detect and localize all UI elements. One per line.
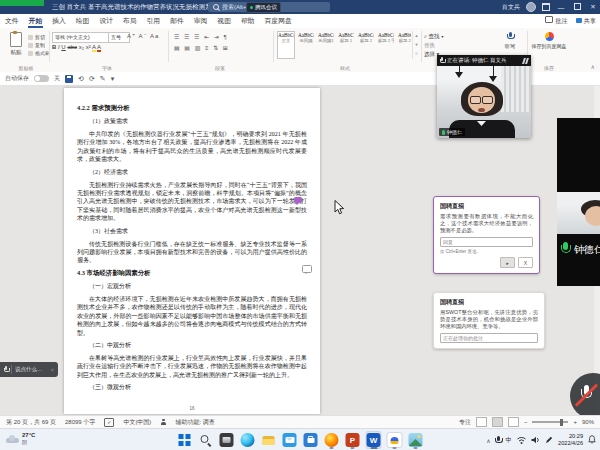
ime-indicator[interactable]: 中: [506, 436, 513, 445]
taskbar-store[interactable]: [303, 431, 319, 449]
find-button[interactable]: ⌕ 查找 ▾: [424, 32, 443, 41]
tab-邮件[interactable]: 邮件: [165, 14, 189, 28]
tray-overflow-chevron-icon[interactable]: ∧: [486, 437, 490, 444]
style-正文[interactable]: AaBbCcDx正文: [277, 31, 295, 59]
tab-插入[interactable]: 插入: [47, 14, 71, 28]
comments-button[interactable]: 批注: [545, 16, 567, 26]
comment-bubble-icon[interactable]: [302, 265, 312, 273]
read-mode-button[interactable]: [476, 417, 487, 427]
word-count[interactable]: 28099 个字: [65, 418, 95, 427]
comment-card[interactable]: 国聘直招 用SWOT整合分析呢，先讲注意优势，劣势是技术本身的，机会和挑战是企业…: [433, 292, 545, 349]
taskbar-search[interactable]: [198, 431, 214, 449]
list-buttons[interactable]: ☰ ☰ ☰ ⇤ ⇥ ¶: [174, 33, 228, 40]
pen-icon[interactable]: [545, 436, 553, 445]
language-indicator[interactable]: 中文(中国): [123, 418, 151, 427]
style-标题 1[interactable]: AaBbC标题 1: [337, 31, 355, 59]
meeting-video-window-secondary[interactable]: 钟德仁: [557, 118, 600, 286]
print-layout-button[interactable]: [492, 417, 503, 427]
document-page[interactable]: 4.2.2 需求预测分析（1）政策需求中共印发的《无损检测仪器行业发展“十三五”…: [64, 88, 320, 414]
zoom-in-button[interactable]: +: [573, 419, 577, 425]
tab-开始[interactable]: 开始: [24, 14, 48, 28]
tab-布局[interactable]: 布局: [118, 14, 142, 28]
taskbar-powerpoint[interactable]: P: [345, 431, 361, 449]
pen-icon[interactable]: ✎: [100, 75, 106, 83]
collapse-ribbon-icon[interactable]: ∧: [591, 63, 595, 70]
meeting-status-badge[interactable]: 腾讯会议: [246, 2, 281, 13]
tab-视图[interactable]: 视图: [212, 14, 236, 28]
comment-close-button[interactable]: X: [518, 257, 533, 268]
taskbar-baidu-netdisk[interactable]: [387, 431, 403, 449]
restore-button[interactable]: [572, 3, 582, 11]
weather-widget[interactable]: 27°C 阴: [6, 432, 35, 445]
volume-icon[interactable]: [531, 436, 540, 445]
font-name-select[interactable]: 等线 (中文正文): [52, 32, 112, 43]
comment-send-button[interactable]: ▸: [500, 257, 515, 268]
format-painter-button[interactable]: 格式刷: [28, 49, 50, 57]
autosave-toggle[interactable]: [34, 75, 49, 82]
taskbar-start[interactable]: [177, 431, 193, 449]
zoom-out-button[interactable]: −: [524, 419, 528, 425]
clock[interactable]: 20:29 2022/4/26: [558, 433, 583, 447]
taskbar-firefox[interactable]: [324, 431, 340, 449]
zoom-level[interactable]: 90%: [582, 419, 594, 425]
tab-引用[interactable]: 引用: [142, 14, 166, 28]
paste-button[interactable]: 粘贴: [6, 32, 26, 62]
font-format-buttons[interactable]: B I U abc x₂ x² A A: [52, 44, 101, 50]
taskbar-photos[interactable]: [408, 431, 424, 449]
account-name[interactable]: 肖文兵: [502, 3, 520, 12]
tab-帮助[interactable]: 帮助: [236, 14, 260, 28]
save-button[interactable]: [65, 75, 73, 83]
qat-more-icon[interactable]: ▾: [111, 75, 115, 83]
cut-button[interactable]: 剪切: [28, 33, 50, 41]
zoom-slider[interactable]: [532, 421, 568, 423]
task-view-icon: [220, 433, 234, 447]
tray-mic-icon[interactable]: [496, 436, 501, 445]
avatar[interactable]: [526, 2, 536, 12]
comment-card-active[interactable]: 国聘直招 需求预测要有数据体现，不能大而化之，这个技术需求大经济效益要说明，预测…: [433, 196, 540, 274]
redo-button[interactable]: ⟳: [89, 75, 95, 83]
copy-button[interactable]: 复制: [28, 41, 50, 49]
taskbar-edge[interactable]: [240, 431, 256, 449]
close-button[interactable]: ✕: [588, 3, 598, 11]
page-indicator[interactable]: 第 20 页，共 69 页: [6, 418, 56, 427]
style-标题 21[interactable]: AaBbCcD标题 21: [397, 31, 411, 59]
tab-设计[interactable]: 设计: [94, 14, 118, 28]
style-标题 2[interactable]: AaBbCcD标题 2: [357, 31, 375, 59]
replace-button[interactable]: 替换: [424, 41, 443, 50]
align-buttons[interactable]: ▤ ▤ ▥ ≡ ⇅ ⊞: [174, 44, 229, 51]
comment-reply-input[interactable]: [440, 237, 533, 247]
ribbon-display-options-icon[interactable]: [542, 3, 550, 11]
meeting-caption-bar[interactable]: 说点什么… <: [0, 362, 58, 377]
taskbar-mail[interactable]: [282, 431, 298, 449]
minimize-button[interactable]: —: [556, 4, 566, 11]
undo-button[interactable]: ⟲: [78, 75, 84, 83]
caption-collapse-button[interactable]: <: [51, 367, 54, 373]
comment-reply-input[interactable]: [440, 333, 538, 343]
style-标题 2 字符[interactable]: AaBbCcD标题 2 字符: [377, 31, 395, 59]
baidu-netdisk-save-button[interactable]: 保存到百度网盘: [531, 32, 567, 49]
tab-审阅[interactable]: 审阅: [189, 14, 213, 28]
style-gallery: AaBbCcDx正文AaBbCcDx无间隔AaBbCcC无间隔1AaBbC标题 …: [277, 31, 411, 59]
zoom-slider-thumb[interactable]: [560, 419, 563, 426]
taskbar-file-explorer[interactable]: [261, 431, 277, 449]
taskbar-word[interactable]: W: [366, 431, 382, 449]
accessibility-status[interactable]: 辅助功能: 调查: [175, 418, 214, 427]
style-gallery-scroll[interactable]: ▲▼≡: [412, 31, 420, 59]
share-button[interactable]: 共享: [576, 17, 596, 26]
meeting-video-window[interactable]: 正在讲话: 钟德仁 肖文兵 钟德仁: [437, 55, 531, 138]
web-layout-button[interactable]: [508, 417, 519, 427]
dictate-button[interactable]: 听写: [497, 32, 523, 50]
taskbar-task-view[interactable]: [219, 431, 235, 449]
tab-绘图[interactable]: 绘图: [71, 14, 95, 28]
focus-mode-button[interactable]: 专注: [459, 418, 471, 427]
comment-bubble-icon[interactable]: [294, 197, 302, 203]
font-size-buttons[interactable]: A⁺ A⁻ Aa: [127, 32, 159, 39]
tab-百度网盘[interactable]: 百度网盘: [260, 14, 297, 28]
style-无间隔1[interactable]: AaBbCcC无间隔1: [317, 31, 335, 59]
caption-input[interactable]: 说点什么…: [15, 366, 43, 373]
wifi-icon[interactable]: [517, 436, 526, 445]
notification-bell-icon[interactable]: [588, 435, 596, 445]
style-无间隔[interactable]: AaBbCcDx无间隔: [297, 31, 315, 59]
proofing-icon[interactable]: ✓: [104, 418, 114, 427]
tab-文件[interactable]: 文件: [0, 14, 24, 28]
